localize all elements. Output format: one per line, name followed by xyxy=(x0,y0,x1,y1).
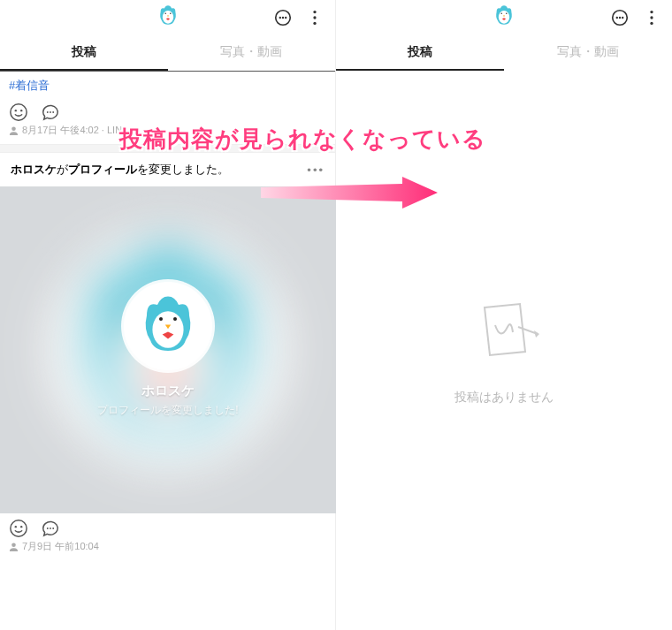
profile-change-row[interactable]: ホロスケがプロフィールを変更しました。 ••• xyxy=(0,153,335,186)
more-icon[interactable] xyxy=(642,8,661,27)
react-icon[interactable] xyxy=(9,102,28,122)
profile-avatar-large xyxy=(124,282,212,370)
tab-media[interactable]: 写真・動画 xyxy=(504,35,672,71)
empty-state: 投稿はありません xyxy=(336,71,672,630)
profile-name: ホロスケ xyxy=(141,383,195,399)
divider xyxy=(0,144,335,153)
person-icon xyxy=(9,542,19,551)
hashtag-row: #着信音 xyxy=(0,71,335,97)
left-pane: 投稿 写真・動画 #着信音 8月17日 午後4:02 · LIN ホロスケがプロ… xyxy=(0,0,336,630)
profile-sub: プロフィールを変更しました! xyxy=(97,403,238,418)
post1-actions xyxy=(0,97,335,124)
left-tabs: 投稿 写真・動画 xyxy=(0,35,335,71)
comment-icon[interactable] xyxy=(41,102,60,122)
tab-posts[interactable]: 投稿 xyxy=(0,35,168,71)
empty-doc-icon xyxy=(469,296,539,367)
left-topbar xyxy=(0,0,335,35)
person-icon xyxy=(9,125,19,135)
more-icon[interactable] xyxy=(305,8,325,27)
profile-avatar-small[interactable] xyxy=(492,4,516,32)
empty-text: 投稿はありません xyxy=(454,390,554,406)
react-icon[interactable] xyxy=(9,519,28,538)
right-tabs: 投稿 写真・動画 xyxy=(336,35,672,71)
post1-timestamp: 8月17日 午後4:02 · LIN xyxy=(22,124,122,137)
tab-posts[interactable]: 投稿 xyxy=(336,35,504,71)
profile-avatar-small[interactable] xyxy=(156,4,180,32)
profile-card[interactable]: ホロスケ プロフィールを変更しました! xyxy=(0,186,336,513)
chat-icon[interactable] xyxy=(273,8,293,27)
post-menu-icon[interactable]: ••• xyxy=(307,163,325,177)
hashtag-link[interactable]: #着信音 xyxy=(9,79,50,92)
profile-change-text: ホロスケがプロフィールを変更しました。 xyxy=(11,162,229,178)
right-topbar xyxy=(336,0,672,35)
comment-icon[interactable] xyxy=(41,519,60,538)
post1-meta: 8月17日 午後4:02 · LIN xyxy=(0,124,335,144)
tab-media[interactable]: 写真・動画 xyxy=(168,35,336,71)
post2-meta: 7月9日 午前10:04 xyxy=(0,540,335,560)
post2-actions xyxy=(0,513,335,540)
chat-icon[interactable] xyxy=(610,8,630,27)
post2-timestamp: 7月9日 午前10:04 xyxy=(22,540,99,553)
right-pane: 投稿 写真・動画 投稿はありません xyxy=(336,0,672,630)
